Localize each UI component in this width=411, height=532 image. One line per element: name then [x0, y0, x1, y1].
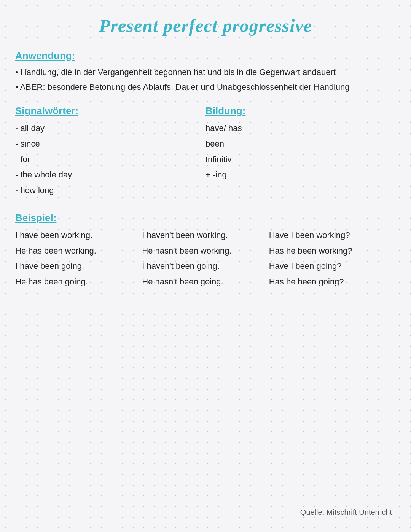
beispiel-question-col: Have I been working? Has he been working…	[269, 228, 396, 290]
bildung-item-0: have/ has	[206, 121, 396, 136]
signal-item-3: - the whole day	[15, 167, 206, 183]
signalwoerter-label: Signalwörter:	[15, 105, 206, 117]
bildung-col: Bildung: have/ has been Infinitiv + -ing	[206, 105, 396, 198]
beispiel-affirmative-col: I have been working. He has been working…	[15, 228, 142, 290]
beispiel-negative-col: I haven't been working. He hasn't been w…	[142, 228, 269, 290]
signal-item-2: - for	[15, 152, 206, 168]
beispiel-section: Beispiel: I have been working. He has be…	[15, 212, 396, 290]
beispiel-q-2: Have I been going?	[269, 259, 396, 274]
beispiel-neg-0: I haven't been working.	[142, 228, 269, 243]
beispiel-aff-0: I have been working.	[15, 228, 142, 243]
beispiel-aff-2: I have been going.	[15, 259, 142, 274]
anwendung-line-1: • Handlung, die in der Vergangenheit beg…	[15, 66, 396, 79]
anwendung-section: Anwendung: • Handlung, die in der Vergan…	[15, 50, 396, 94]
beispiel-aff-1: He has been working.	[15, 243, 142, 259]
anwendung-label: Anwendung:	[15, 50, 396, 62]
anwendung-line-2: • ABER: besondere Betonung des Ablaufs, …	[15, 80, 396, 94]
bildung-item-1: been	[206, 136, 396, 152]
beispiel-neg-3: He hasn't been going.	[142, 274, 269, 290]
beispiel-q-3: Has he been going?	[269, 274, 396, 290]
beispiel-q-1: Has he been working?	[269, 243, 396, 259]
signal-item-4: - how long	[15, 183, 206, 198]
footer: Quelle: Mitschrift Unterricht	[300, 508, 392, 517]
page-title: Present perfect progressive	[15, 15, 396, 36]
bildung-item-2: Infinitiv	[206, 152, 396, 168]
beispiel-grid: I have been working. He has been working…	[15, 228, 396, 290]
signalwoerter-col: Signalwörter: - all day - since - for - …	[15, 105, 206, 198]
signal-item-0: - all day	[15, 121, 206, 136]
signal-item-1: - since	[15, 136, 206, 152]
bildung-item-3: + -ing	[206, 167, 396, 183]
bildung-label: Bildung:	[206, 105, 396, 117]
beispiel-q-0: Have I been working?	[269, 228, 396, 243]
beispiel-neg-1: He hasn't been working.	[142, 243, 269, 259]
signalwoerter-bildung-section: Signalwörter: - all day - since - for - …	[15, 105, 396, 198]
beispiel-aff-3: He has been going.	[15, 274, 142, 290]
beispiel-label: Beispiel:	[15, 212, 396, 224]
beispiel-neg-2: I haven't been going.	[142, 259, 269, 274]
